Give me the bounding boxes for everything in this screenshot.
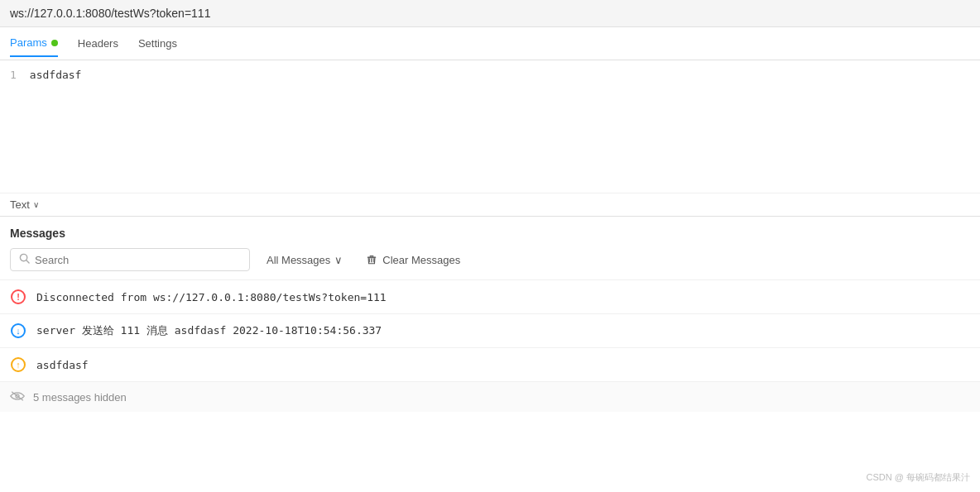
- message-row-sent: ↑ asdfdasf: [0, 347, 980, 381]
- message-text-received: server 发送给 111 消息 asdfdasf 2022-10-18T10…: [36, 323, 382, 338]
- message-row-error: ! Disconnected from ws://127.0.0.1:8080/…: [0, 279, 980, 313]
- editor-input[interactable]: asdfdasf: [30, 69, 970, 184]
- messages-title: Messages: [0, 227, 980, 248]
- filter-dropdown[interactable]: All Messages ∨: [260, 250, 349, 270]
- received-icon: ↓: [10, 322, 26, 339]
- params-active-dot: [51, 40, 58, 46]
- message-row-received: ↓ server 发送给 111 消息 asdfdasf 2022-10-18T…: [0, 313, 980, 347]
- url-bar: ws://127.0.0.1:8080/testWs?token=111: [0, 0, 980, 27]
- message-text-sent: asdfdasf: [36, 359, 89, 371]
- clear-messages-label: Clear Messages: [382, 254, 460, 266]
- url-text: ws://127.0.0.1:8080/testWs?token=111: [10, 7, 210, 20]
- filter-chevron-icon: ∨: [334, 254, 343, 266]
- editor-area: 1 asdfdasf Text ∨: [0, 60, 980, 217]
- trash-icon: [366, 254, 377, 265]
- text-type-label: Text: [10, 198, 30, 211]
- editor-footer[interactable]: Text ∨: [0, 193, 980, 216]
- chevron-down-icon: ∨: [33, 200, 39, 209]
- tabs-row: Params Headers Settings: [0, 27, 980, 60]
- filter-label: All Messages: [267, 254, 330, 266]
- line-number: 1: [10, 69, 17, 184]
- error-icon: !: [10, 289, 26, 305]
- tab-settings-label: Settings: [138, 37, 177, 50]
- editor-content: 1 asdfdasf: [0, 60, 980, 193]
- messages-section: Messages All Messages ∨: [0, 217, 980, 412]
- search-input[interactable]: [35, 254, 241, 266]
- tab-settings[interactable]: Settings: [138, 31, 177, 56]
- svg-line-1: [26, 260, 29, 263]
- hidden-messages-text: 5 messages hidden: [33, 391, 127, 404]
- clear-messages-button[interactable]: Clear Messages: [359, 250, 467, 270]
- tab-headers-label: Headers: [78, 37, 118, 50]
- tab-headers[interactable]: Headers: [78, 31, 118, 56]
- messages-toolbar: All Messages ∨ Clear Messages: [0, 248, 980, 279]
- hidden-icon: [10, 390, 25, 404]
- tab-params[interactable]: Params: [10, 30, 58, 57]
- message-text-error: Disconnected from ws://127.0.0.1:8080/te…: [36, 291, 387, 303]
- sent-icon: ↑: [10, 356, 26, 373]
- search-box[interactable]: [10, 248, 250, 271]
- search-icon: [19, 253, 30, 266]
- svg-rect-4: [372, 258, 372, 262]
- hidden-messages-row: 5 messages hidden: [0, 381, 980, 412]
- tab-params-label: Params: [10, 36, 47, 49]
